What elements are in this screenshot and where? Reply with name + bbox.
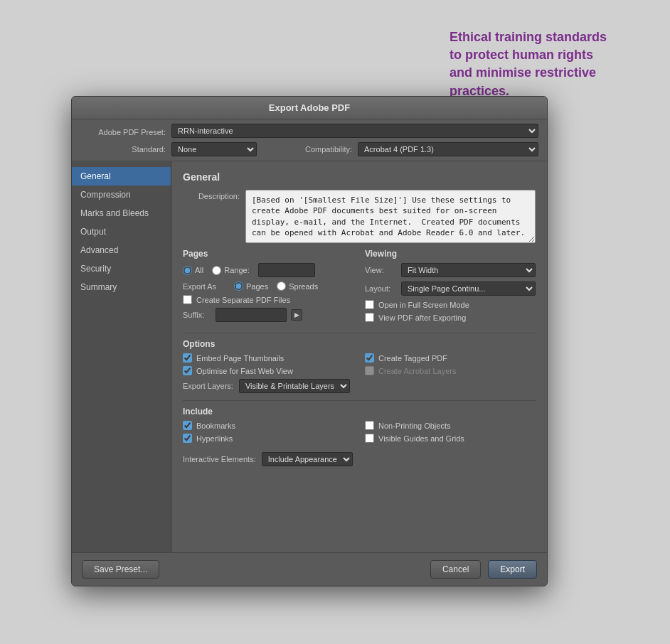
description-row: Description: [Based on '[Smallest File S… (183, 190, 536, 243)
range-text-input[interactable] (258, 263, 315, 277)
layout-row: Layout: Single Page Continu... (365, 281, 536, 296)
visible-guides-checkbox[interactable] (365, 434, 374, 443)
embed-thumbnails-row: Embed Page Thumbnails (183, 353, 353, 363)
include-right: Non-Printing Objects Visible Guides and … (365, 421, 536, 446)
create-tagged-checkbox[interactable] (365, 353, 374, 363)
hyperlinks-row: Hyperlinks (183, 434, 353, 443)
all-radio-item[interactable]: All (183, 266, 203, 275)
range-radio[interactable] (212, 266, 221, 275)
fullscreen-checkbox[interactable] (365, 300, 374, 309)
interactive-row: Interactive Elements: Include Appearance (183, 452, 536, 466)
view-after-row: View PDF after Exporting (365, 313, 536, 322)
sidebar-item-output[interactable]: Output (72, 222, 171, 241)
suffix-arrow-btn[interactable]: ▶ (291, 309, 302, 321)
preset-row: Adobe PDF Preset: RRN-interactive (80, 124, 538, 138)
sidebar-item-general[interactable]: General (72, 167, 171, 186)
dialog-body: General Compression Marks and Bleeds Out… (72, 161, 547, 552)
pages-export-radio[interactable] (234, 281, 243, 291)
include-two-col: Bookmarks Hyperlinks Non-Printing Object… (183, 421, 536, 446)
options-group-title: Options (183, 339, 536, 349)
include-left: Bookmarks Hyperlinks (183, 421, 353, 446)
create-acrobat-checkbox (365, 366, 374, 375)
non-printing-row: Non-Printing Objects (365, 421, 536, 430)
bookmarks-checkbox[interactable] (183, 421, 192, 430)
separator-1 (183, 333, 536, 333)
preset-select[interactable]: RRN-interactive (171, 124, 538, 138)
create-acrobat-row: Create Acrobat Layers (365, 366, 536, 375)
view-row: View: Fit Width (365, 263, 536, 277)
save-preset-button[interactable]: Save Preset... (82, 560, 159, 579)
layout-label: Layout: (365, 284, 397, 293)
cancel-button[interactable]: Cancel (430, 560, 481, 579)
suffix-input[interactable] (216, 308, 287, 322)
spreads-radio[interactable] (277, 281, 286, 291)
watermark-text: Ethical training standards to protect hu… (450, 28, 649, 100)
pages-group-title: Pages (183, 249, 353, 259)
embed-thumbnails-checkbox[interactable] (183, 353, 192, 363)
separator-2 (183, 400, 536, 401)
options-left: Embed Page Thumbnails Optimise for Fast … (183, 353, 353, 379)
main-content: General Description: [Based on '[Smalles… (171, 161, 547, 552)
dialog-title: Export Adobe PDF (269, 102, 350, 113)
include-section: Include Bookmarks Hyperlinks (183, 407, 536, 466)
optimise-checkbox[interactable] (183, 366, 192, 375)
export-layers-row: Export Layers: Visible & Printable Layer… (183, 379, 536, 393)
export-layers-select[interactable]: Visible & Printable Layers (239, 379, 350, 393)
section-title: General (183, 171, 536, 183)
pages-radio-row: All Range: (183, 263, 353, 277)
pages-col: Pages All Range: Export As (183, 249, 353, 326)
view-select[interactable]: Fit Width (401, 263, 536, 277)
layout-select[interactable]: Single Page Continu... (401, 281, 536, 296)
export-as-label: Export As (183, 282, 225, 291)
spreads-radio-item[interactable]: Spreads (277, 281, 318, 291)
all-radio[interactable] (183, 266, 192, 275)
compatibility-label: Compatibility: (305, 145, 352, 154)
footer-right-buttons: Cancel Export (430, 560, 537, 579)
create-separate-row: Create Separate PDF Files (183, 295, 353, 304)
dialog-topbar: Adobe PDF Preset: RRN-interactive Standa… (72, 119, 547, 161)
fullscreen-row: Open in Full Screen Mode (365, 300, 536, 309)
export-as-row: Export As Pages Spreads (183, 281, 353, 291)
suffix-row: Suffix: ▶ (183, 308, 353, 322)
standard-label: Standard: (80, 145, 166, 154)
sidebar-item-security[interactable]: Security (72, 259, 171, 278)
dialog-titlebar: Export Adobe PDF (72, 97, 547, 119)
bookmarks-row: Bookmarks (183, 421, 353, 430)
options-section: Options Embed Page Thumbnails Optimise f… (183, 339, 536, 393)
viewing-group-title: Viewing (365, 249, 536, 259)
sidebar-item-marks-bleeds[interactable]: Marks and Bleeds (72, 204, 171, 222)
description-label: Description: (183, 190, 240, 200)
pages-viewing-section: Pages All Range: Export As (183, 249, 536, 326)
export-layers-label: Export Layers: (183, 382, 233, 390)
description-textarea[interactable]: [Based on '[Smallest File Size]'] Use th… (245, 190, 536, 243)
export-button[interactable]: Export (488, 560, 537, 579)
interactive-label: Interactive Elements: (183, 455, 256, 463)
sidebar-item-summary[interactable]: Summary (72, 278, 171, 296)
view-label: View: (365, 266, 397, 274)
sidebar-item-compression[interactable]: Compression (72, 186, 171, 204)
visible-guides-row: Visible Guides and Grids (365, 434, 536, 443)
options-two-col: Embed Page Thumbnails Optimise for Fast … (183, 353, 536, 379)
dialog-footer: Save Preset... Cancel Export (72, 552, 547, 586)
standard-select[interactable]: None (171, 142, 257, 156)
sidebar: General Compression Marks and Bleeds Out… (72, 161, 171, 552)
view-after-checkbox[interactable] (365, 313, 374, 322)
viewing-col: Viewing View: Fit Width Layout: Single P… (365, 249, 536, 326)
standard-row: Standard: None Compatibility: Acrobat 4 … (80, 142, 538, 156)
pages-radio-item[interactable]: Pages (234, 281, 268, 291)
sidebar-item-advanced[interactable]: Advanced (72, 241, 171, 259)
interactive-select[interactable]: Include Appearance (262, 452, 353, 466)
create-separate-checkbox[interactable] (183, 295, 192, 304)
suffix-label: Suffix: (183, 311, 211, 319)
range-radio-item[interactable]: Range: (212, 266, 249, 275)
preset-label: Adobe PDF Preset: (80, 126, 166, 136)
options-right: Create Tagged PDF Create Acrobat Layers (365, 353, 536, 379)
export-pdf-dialog: Export Adobe PDF Adobe PDF Preset: RRN-i… (71, 96, 548, 586)
compatibility-select[interactable]: Acrobat 4 (PDF 1.3) (358, 142, 538, 156)
create-tagged-row: Create Tagged PDF (365, 353, 536, 363)
include-group-title: Include (183, 407, 536, 417)
optimise-row: Optimise for Fast Web View (183, 366, 353, 375)
hyperlinks-checkbox[interactable] (183, 434, 192, 443)
non-printing-checkbox[interactable] (365, 421, 374, 430)
